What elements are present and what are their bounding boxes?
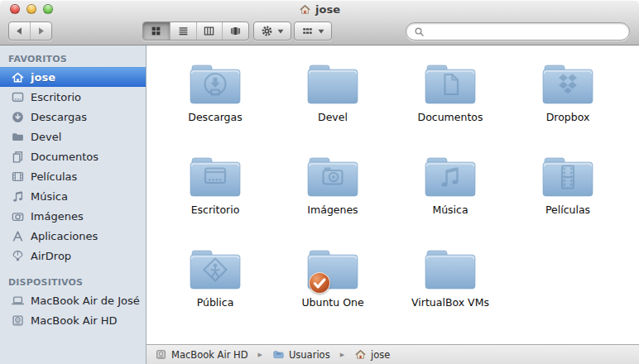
folder-item[interactable]: Música bbox=[392, 146, 509, 239]
sidebar-item-label: jose bbox=[31, 71, 55, 84]
folder-label: Películas bbox=[545, 204, 590, 216]
folder-icon-wrap bbox=[424, 155, 477, 198]
titlebar[interactable]: jose bbox=[0, 0, 639, 18]
sidebar-item-icon bbox=[11, 314, 25, 328]
folder-item[interactable]: Películas bbox=[509, 146, 627, 239]
folder-label: Imágenes bbox=[307, 204, 358, 216]
folder-icon bbox=[306, 155, 359, 198]
forward-button[interactable] bbox=[30, 22, 51, 40]
sidebar-item[interactable]: Aplicaciones bbox=[0, 226, 146, 246]
folder-item[interactable]: Dropbox bbox=[509, 54, 627, 146]
path-crumb-icon bbox=[155, 348, 167, 361]
sidebar-item-icon bbox=[11, 189, 25, 204]
sidebar-item[interactable]: Descargas bbox=[0, 107, 146, 127]
view-mode-button[interactable] bbox=[222, 22, 248, 40]
sidebar-item-icon bbox=[11, 70, 25, 84]
sidebar-item-icon bbox=[11, 90, 25, 104]
sidebar-section-dispositivos: DISPOSITIVOS MacBook Air de José MacBook… bbox=[0, 273, 146, 330]
folder-icon bbox=[189, 247, 242, 290]
traffic-lights bbox=[10, 4, 53, 14]
folder-icon bbox=[306, 62, 359, 105]
main-content: Descargas Devel bbox=[147, 46, 639, 364]
view-mode-icon bbox=[203, 25, 215, 37]
sidebar-item-icon bbox=[11, 294, 25, 308]
folder-icon bbox=[541, 155, 594, 198]
close-button[interactable] bbox=[10, 4, 20, 14]
folder-label: Descargas bbox=[188, 111, 242, 123]
dropdown-arrow-icon bbox=[318, 29, 324, 34]
sidebar-item-label: MacBook Air de José bbox=[31, 295, 140, 307]
folder-icon-wrap bbox=[424, 247, 477, 290]
action-menu-button[interactable] bbox=[253, 22, 291, 41]
folder-icon-wrap bbox=[541, 155, 594, 198]
toolbar bbox=[0, 18, 639, 46]
folder-item[interactable]: Ubuntu One bbox=[274, 239, 392, 332]
sidebar-item[interactable]: Música bbox=[0, 186, 146, 206]
folder-icon-wrap bbox=[541, 62, 594, 105]
chevron-right-icon bbox=[35, 25, 47, 37]
search-input[interactable] bbox=[429, 25, 622, 38]
nav-buttons bbox=[8, 22, 52, 41]
sync-check-badge bbox=[308, 271, 331, 295]
folder-icon bbox=[424, 155, 477, 198]
path-crumb-label: jose bbox=[371, 349, 390, 361]
sidebar-item[interactable]: Devel bbox=[0, 127, 146, 146]
sidebar-item[interactable]: jose bbox=[0, 67, 146, 87]
sidebar-item[interactable]: AirDrop bbox=[0, 246, 146, 266]
sidebar-item[interactable]: Imágenes bbox=[0, 206, 146, 226]
path-crumb[interactable]: Usuarios bbox=[252, 348, 334, 361]
file-icon-grid: Descargas Devel bbox=[147, 46, 639, 344]
sidebar-item-icon bbox=[11, 170, 25, 184]
sidebar-item[interactable]: MacBook Air de José bbox=[0, 290, 146, 310]
sidebar-item[interactable]: Documentos bbox=[0, 146, 146, 166]
view-mode-button[interactable] bbox=[196, 22, 223, 40]
folder-label: Escritorio bbox=[191, 204, 240, 216]
folder-item[interactable]: Documentos bbox=[392, 54, 509, 146]
path-crumb-icon bbox=[354, 348, 367, 361]
search-field[interactable] bbox=[406, 22, 630, 41]
folder-label: Devel bbox=[318, 111, 348, 123]
zoom-button[interactable] bbox=[43, 4, 53, 14]
folder-label: Música bbox=[432, 204, 468, 216]
sidebar-item[interactable]: Escritorio bbox=[0, 87, 146, 107]
sidebar-item[interactable]: Películas bbox=[0, 166, 146, 186]
path-crumb[interactable]: MacBook Air HD bbox=[155, 348, 252, 361]
folder-item[interactable]: Escritorio bbox=[156, 146, 274, 239]
sidebar-item-label: Aplicaciones bbox=[31, 230, 98, 242]
sidebar-item-icon bbox=[11, 130, 25, 144]
folder-label: Documentos bbox=[418, 111, 483, 123]
folder-label: VirtualBox VMs bbox=[411, 296, 489, 309]
gear-icon bbox=[261, 25, 273, 37]
sidebar-item-label: MacBook Air HD bbox=[31, 314, 118, 327]
sidebar-item[interactable]: MacBook Air HD bbox=[0, 310, 146, 330]
folder-icon bbox=[424, 62, 477, 105]
folder-icon-wrap bbox=[189, 62, 242, 105]
sidebar-item-label: AirDrop bbox=[31, 250, 71, 262]
view-mode-icon bbox=[150, 25, 162, 37]
arrange-menu-button[interactable] bbox=[294, 22, 332, 41]
view-mode-button[interactable] bbox=[170, 22, 196, 40]
sidebar: FAVORITOS jose Escritorio bbox=[0, 46, 147, 364]
home-icon bbox=[299, 3, 311, 16]
folder-icon-wrap bbox=[306, 62, 359, 105]
sidebar-item-label: Imágenes bbox=[31, 210, 84, 223]
sidebar-item-icon bbox=[11, 110, 25, 124]
window-title: jose bbox=[299, 3, 340, 16]
folder-icon-wrap bbox=[189, 247, 242, 290]
folder-icon bbox=[541, 62, 594, 105]
sidebar-item-label: Películas bbox=[31, 170, 77, 183]
folder-item[interactable]: VirtualBox VMs bbox=[392, 239, 509, 332]
view-mode-icon bbox=[177, 25, 190, 37]
path-crumb[interactable]: jose bbox=[334, 348, 395, 361]
sidebar-item-label: Devel bbox=[31, 131, 61, 143]
minimize-button[interactable] bbox=[26, 4, 36, 14]
view-mode-button[interactable] bbox=[143, 22, 170, 40]
back-button[interactable] bbox=[9, 22, 30, 40]
folder-item[interactable]: Pública bbox=[156, 239, 274, 332]
folder-icon bbox=[189, 62, 242, 105]
folder-item[interactable]: Descargas bbox=[156, 54, 274, 146]
path-crumb-label: Usuarios bbox=[289, 349, 330, 361]
folder-item[interactable]: Devel bbox=[274, 54, 392, 146]
finder-window: jose bbox=[0, 0, 639, 364]
folder-item[interactable]: Imágenes bbox=[274, 146, 392, 239]
